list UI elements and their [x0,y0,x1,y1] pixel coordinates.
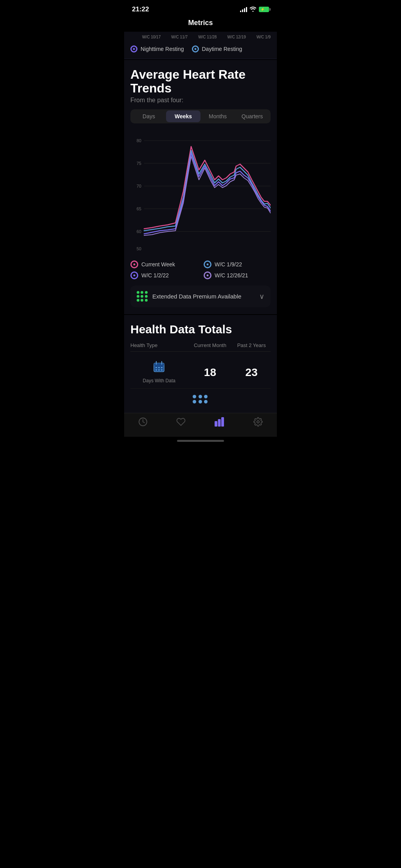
wc-12-26-dot [204,271,211,279]
svg-text:75: 75 [137,161,141,166]
current-week-label: Current Week [141,261,175,268]
nighttime-dot [130,45,137,52]
settings-icon [253,417,263,429]
days-with-data-label: Days With Data [130,361,188,383]
home-indicator [124,437,277,445]
col-past-2-years: Past 2 Years [232,342,271,348]
legend-daytime: Daytime Resting [192,45,242,52]
tab-days[interactable]: Days [132,110,166,122]
days-with-data-past: 23 [232,366,271,379]
signal-icon [240,7,247,12]
week-label-5: W/C 1/9 [256,35,271,39]
wc-1-2-label: W/C 1/2/22 [141,272,169,278]
week-label-1: W/C 10/17 [142,35,161,39]
health-table-header: Health Type Current Month Past 2 Years [130,342,271,352]
metrics-icon [214,417,225,429]
nav-history[interactable] [138,417,148,429]
svg-rect-20 [161,369,163,371]
svg-text:50: 50 [137,246,141,251]
legend-wc-1-2: W/C 1/2/22 [130,271,197,279]
svg-point-25 [257,421,259,423]
week-label-4: W/C 12/19 [228,35,246,39]
nav-metrics[interactable] [214,417,225,429]
avg-heart-rate-section: Average Heart Rate Trends From the past … [124,60,277,314]
status-icons: ⚡ [240,6,269,13]
svg-rect-18 [155,369,157,371]
legend-wc-12-26: W/C 12/26/21 [204,271,271,279]
svg-text:60: 60 [137,229,141,234]
tab-months[interactable]: Months [200,110,235,122]
nighttime-label: Nighttime Resting [141,46,184,52]
heart-icon [176,417,186,429]
wc-1-9-dot [204,260,211,268]
premium-chevron: ∨ [259,292,264,301]
premium-banner[interactable]: Extended Data Premium Available ∨ [130,286,271,307]
days-with-data-current: 18 [191,366,229,379]
more-dots-row [130,389,271,407]
daytime-dot [192,45,199,52]
legend-wc-1-9: W/C 1/9/22 [204,260,271,268]
premium-icon [137,291,148,302]
battery-icon: ⚡ [259,7,269,12]
top-chart-section: W/C 10/17 W/C 11/7 W/C 11/28 W/C 12/19 W… [124,32,277,59]
chart-svg: 80 75 70 65 60 50 [130,129,271,254]
legend-nighttime: Nighttime Resting [130,45,184,52]
health-data-title: Health Data Totals [130,323,271,336]
svg-text:70: 70 [137,184,141,188]
tab-quarters[interactable]: Quarters [235,110,269,122]
svg-rect-16 [158,367,160,368]
legend-current-week: Current Week [130,260,197,268]
tab-weeks[interactable]: Weeks [166,110,200,122]
heart-rate-chart: 80 75 70 65 60 50 [130,129,271,254]
avg-hr-subtitle: From the past four: [130,97,271,104]
home-bar [177,440,224,442]
wc-1-9-label: W/C 1/9/22 [215,261,242,268]
svg-rect-23 [218,419,221,427]
bottom-nav [124,413,277,437]
svg-text:80: 80 [137,138,141,143]
week-labels: W/C 10/17 W/C 11/7 W/C 11/28 W/C 12/19 W… [130,32,271,42]
premium-text: Extended Data Premium Available [152,293,241,300]
daytime-label: Daytime Resting [202,46,242,52]
more-dots-icon [193,395,208,403]
wc-1-2-dot [130,271,138,279]
wifi-icon [249,6,256,13]
chart-legend: Current Week W/C 1/9/22 W/C 1/2/22 W/C 1… [130,260,271,279]
col-health-type: Health Type [130,342,188,348]
avg-hr-title: Average Heart Rate Trends [130,68,271,95]
days-with-data-icon [153,361,165,376]
status-time: 21:22 [132,5,149,13]
svg-rect-19 [158,369,160,371]
week-label-3: W/C 11/28 [198,35,217,39]
top-chart-legend: Nighttime Resting Daytime Resting [130,42,271,52]
days-with-data-text: Days With Data [143,378,175,383]
wc-12-26-label: W/C 12/26/21 [215,272,248,278]
week-label-2: W/C 11/7 [171,35,188,39]
svg-rect-24 [221,417,224,427]
status-bar: 21:22 ⚡ [124,0,277,16]
nav-health[interactable] [176,417,186,429]
period-tabs: Days Weeks Months Quarters [130,109,271,123]
history-icon [138,417,148,429]
col-current-month: Current Month [191,342,229,348]
svg-rect-22 [215,421,217,427]
health-row-days-with-data: Days With Data 18 23 [130,356,271,389]
health-data-section: Health Data Totals Health Type Current M… [124,315,277,413]
page-title: Metrics [124,16,277,32]
svg-rect-17 [161,367,163,368]
svg-rect-12 [154,363,164,366]
premium-left: Extended Data Premium Available [137,291,241,302]
svg-rect-15 [155,367,157,368]
nav-settings[interactable] [253,417,263,429]
current-week-dot [130,260,138,268]
svg-text:65: 65 [137,206,141,211]
